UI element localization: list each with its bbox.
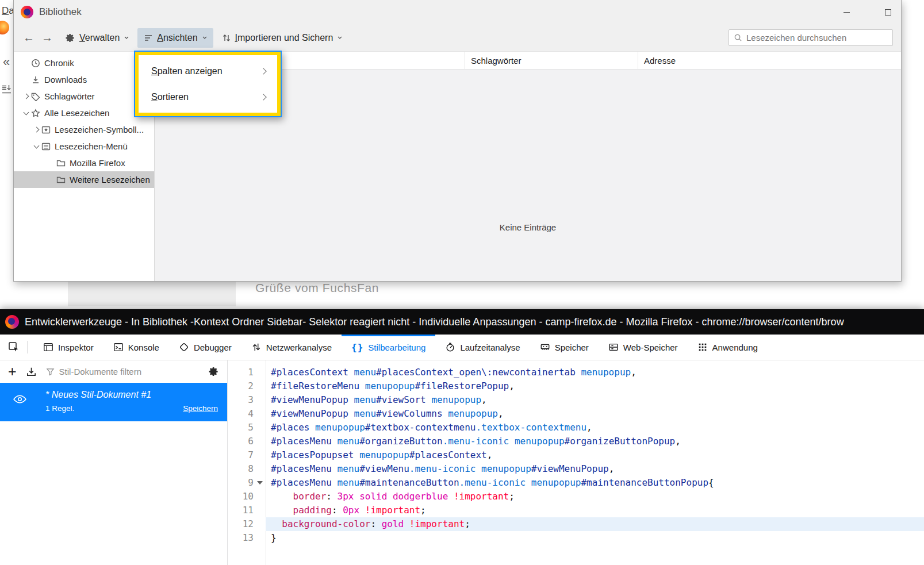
line-number: 6: [228, 435, 266, 448]
file-menu-stub[interactable]: Da: [2, 5, 14, 17]
screen: Da « Grüße vom FuchsFan Bibliothek ← → V…: [0, 0, 924, 565]
eye-icon[interactable]: [13, 395, 26, 403]
window-title: Bibliothek: [39, 6, 82, 18]
empty-message: Keine Einträge: [155, 222, 901, 232]
import-stylesheet-button[interactable]: [26, 366, 37, 377]
grid-icon: [697, 342, 708, 352]
devtools-toolbar: Inspektor Konsole Debugger Netzwerkanaly…: [0, 335, 924, 360]
code-line[interactable]: 9#placesMenu menu#maintenanceButton.menu…: [228, 476, 924, 490]
style-editor-toolbar: + Stil-Dokumente filtern: [0, 360, 227, 383]
code-line[interactable]: 11 padding: 0px !important;: [228, 503, 924, 517]
manage-button[interactable]: Verwalten: [59, 28, 135, 48]
tab-inspektor[interactable]: Inspektor: [33, 335, 103, 360]
memory-icon: [540, 342, 550, 352]
chevron-down-icon: [338, 36, 342, 39]
library-toolbar: ← → Verwalten Ansichten Importieren und …: [14, 24, 901, 52]
sidebar-item-label: Alle Lesezeichen: [44, 108, 109, 118]
chevron-down-icon: [202, 36, 207, 39]
menu-item-label: Sortieren: [151, 92, 189, 102]
options-button[interactable]: [208, 366, 219, 377]
pick-element-button[interactable]: [0, 335, 27, 360]
toolbar-separator: [27, 341, 28, 353]
chevron-right-icon[interactable]: [23, 94, 29, 99]
maximize-button[interactable]: [875, 0, 901, 24]
column-header-tags[interactable]: Schlagwörter: [465, 52, 638, 69]
views-button[interactable]: Ansichten: [137, 28, 213, 48]
line-number: 1: [228, 366, 266, 379]
column-header-address[interactable]: Adresse: [638, 52, 901, 69]
chevron-right-icon[interactable]: [33, 127, 39, 133]
import-tray-icon[interactable]: [1, 84, 13, 94]
search-icon: [734, 33, 742, 42]
sidebar-item-chronik[interactable]: Chronik: [14, 55, 154, 71]
code-lines: 1#placesContext menu#placesContext_open\…: [228, 366, 924, 545]
code-line[interactable]: 13}: [228, 531, 924, 545]
css-source-editor[interactable]: 1#placesContext menu#placesContext_open\…: [228, 360, 924, 565]
new-stylesheet-button[interactable]: +: [8, 364, 17, 379]
sidebar-item-lesezeichen-menue[interactable]: Lesezeichen-Menü: [14, 138, 154, 155]
line-number: 5: [228, 421, 266, 435]
code-line[interactable]: 6#placesMenu menu#organizeButton.menu-ic…: [228, 435, 924, 448]
sidebar-item-downloads[interactable]: Downloads: [14, 71, 154, 88]
sidebar-item-label: Schlagwörter: [44, 91, 95, 101]
views-list-icon: [144, 33, 153, 43]
sidebar-item-lesezeichen-symbolleiste[interactable]: Lesezeichen-Symboll...: [14, 121, 154, 138]
sidebar-item-label: Mozilla Firefox: [70, 158, 125, 168]
tab-konsole[interactable]: Konsole: [103, 335, 169, 360]
inspector-icon: [43, 342, 53, 352]
sidebar-item-weitere-lesezeichen[interactable]: Weitere Lesezeichen: [14, 171, 154, 188]
devtools-titlebar[interactable]: Entwicklerwerkzeuge - In Bibliothek -Kon…: [0, 309, 924, 335]
code-line[interactable]: 4#viewMenuPopup menu#viewColumns menupop…: [228, 407, 924, 421]
tab-speicher[interactable]: Speicher: [530, 335, 599, 360]
search-input[interactable]: Lesezeichen durchsuchen: [729, 29, 893, 46]
tab-debugger[interactable]: Debugger: [169, 335, 241, 360]
filter-funnel-icon: [46, 367, 55, 376]
tab-label: Web-Speicher: [623, 343, 678, 352]
views-menu-frame: Spalten anzeigen Sortieren: [135, 52, 281, 116]
code-line[interactable]: 10 border: 3px solid dodgerblue !importa…: [228, 490, 924, 503]
back-button[interactable]: ←: [20, 29, 38, 47]
tab-label: Debugger: [194, 343, 232, 352]
sidebar-item-schlagwoerter[interactable]: Schlagwörter: [14, 88, 154, 105]
tab-anwendung[interactable]: Anwendung: [688, 335, 768, 360]
stylesheet-item-selected[interactable]: * Neues Stil-Dokument #1 1 Regel. Speich…: [0, 383, 227, 421]
code-line[interactable]: 8#placesMenu menu#viewMenu.menu-iconic m…: [228, 462, 924, 476]
code-line[interactable]: 3#viewMenuPopup menu#viewSort menupopup,: [228, 393, 924, 407]
menu-item-show-columns[interactable]: Spalten anzeigen: [139, 58, 277, 84]
code-line[interactable]: 12 background-color: gold !important;: [228, 517, 924, 531]
clock-icon: [31, 59, 40, 68]
tab-label: Inspektor: [58, 343, 94, 352]
debugger-icon: [179, 342, 189, 352]
chevron-down-icon[interactable]: [23, 109, 29, 115]
tab-web-speicher[interactable]: Web-Speicher: [599, 335, 688, 360]
code-line[interactable]: 2#fileRestoreMenu menupopup#fileRestoreP…: [228, 379, 924, 393]
tag-icon: [31, 92, 40, 101]
code-line[interactable]: 7#placesPopupset menupopup#placesContext…: [228, 448, 924, 462]
minimize-button[interactable]: [833, 0, 860, 24]
back-arrow-icon: ←: [23, 31, 34, 44]
forward-button[interactable]: →: [38, 29, 56, 47]
devtools-window: Entwicklerwerkzeuge - In Bibliothek -Kon…: [0, 309, 924, 565]
tab-stilbearbeitung[interactable]: {} Stilbearbeitung: [342, 335, 435, 360]
line-number: 12: [228, 517, 266, 531]
collapse-sidebar-icon[interactable]: «: [3, 55, 10, 70]
maximize-icon: [885, 9, 891, 16]
import-backup-button[interactable]: Importieren und Sichern: [216, 28, 349, 48]
code-line[interactable]: 1#placesContext menu#placesContext_open\…: [228, 366, 924, 379]
pick-element-icon: [8, 341, 20, 353]
chevron-down-icon[interactable]: [33, 143, 39, 148]
tab-laufzeitanalyse[interactable]: Laufzeitanalyse: [435, 335, 530, 360]
braces-icon: {}: [351, 342, 363, 353]
save-link[interactable]: Speichern: [183, 404, 218, 413]
tab-netzwerkanalyse[interactable]: Netzwerkanalyse: [241, 335, 342, 360]
minimize-icon: [844, 12, 850, 13]
code-line[interactable]: 5#places menupopup#textbox-contextmenu.t…: [228, 421, 924, 435]
library-titlebar[interactable]: Bibliothek: [14, 0, 901, 24]
fold-arrow-icon[interactable]: [257, 481, 263, 485]
sidebar-item-mozilla-firefox[interactable]: Mozilla Firefox: [14, 155, 154, 171]
filter-stylesheets-input[interactable]: Stil-Dokumente filtern: [46, 367, 199, 376]
sidebar-item-alle-lesezeichen[interactable]: Alle Lesezeichen: [14, 105, 154, 121]
menu-item-sort[interactable]: Sortieren: [139, 84, 277, 110]
firefox-icon: [21, 6, 33, 18]
folder-icon: [56, 175, 66, 185]
